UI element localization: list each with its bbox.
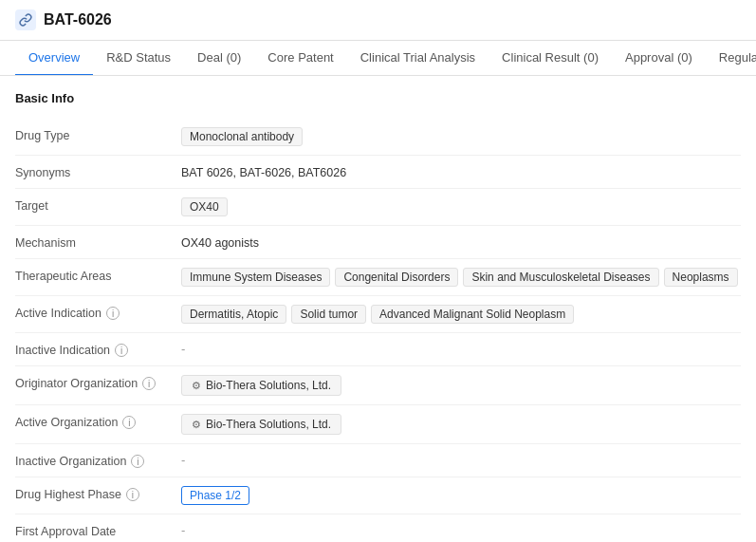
- org-tag[interactable]: ⚙Bio-Thera Solutions, Ltd.: [181, 375, 341, 396]
- field-value: BAT 6026, BAT-6026, BAT6026: [181, 164, 741, 179]
- field-row: TargetOX40: [15, 189, 741, 226]
- field-row: MechanismOX40 agonists: [15, 226, 741, 259]
- field-label: First Approval Date: [15, 523, 181, 538]
- tag: Monoclonal antibody: [181, 127, 303, 146]
- info-icon[interactable]: i: [131, 455, 144, 468]
- info-icon[interactable]: i: [115, 344, 128, 357]
- field-value: -: [181, 453, 741, 467]
- field-label: Drug Highest Phasei: [15, 486, 181, 501]
- field-label: Active Organizationi: [15, 414, 181, 429]
- field-label: Target: [15, 197, 181, 213]
- tab-core-patent[interactable]: Core Patent: [254, 41, 346, 76]
- content-area: Basic Info Drug TypeMonoclonal antibodyS…: [0, 76, 756, 542]
- field-row: Originator Organizationi⚙Bio-Thera Solut…: [15, 366, 741, 405]
- field-label: Inactive Indicationi: [15, 342, 181, 357]
- field-row: Therapeutic AreasImmune System DiseasesC…: [15, 259, 741, 296]
- field-label: Active Indicationi: [15, 305, 181, 320]
- field-value: ⚙Bio-Thera Solutions, Ltd.: [181, 375, 741, 396]
- org-tag[interactable]: ⚙Bio-Thera Solutions, Ltd.: [181, 414, 341, 435]
- field-value: OX40 agonists: [181, 234, 741, 250]
- field-label: Inactive Organizationi: [15, 453, 181, 468]
- tabs-bar: OverviewR&D StatusDeal (0)Core PatentCli…: [0, 41, 756, 76]
- field-value: Phase 1/2: [181, 486, 741, 505]
- tag: Solid tumor: [291, 305, 366, 324]
- field-row: Drug TypeMonoclonal antibody: [15, 119, 741, 156]
- tag: Dermatitis, Atopic: [181, 305, 286, 324]
- dash-value: -: [181, 342, 185, 356]
- tab-r-d-status[interactable]: R&D Status: [93, 41, 184, 76]
- org-icon: ⚙: [192, 380, 201, 392]
- tab-clinical-trial-analysis[interactable]: Clinical Trial Analysis: [347, 41, 489, 76]
- org-icon: ⚙: [192, 419, 201, 431]
- tag: Congenital Disorders: [335, 268, 458, 287]
- tag: Neoplasms: [664, 268, 738, 287]
- field-label: Synonyms: [15, 164, 181, 179]
- field-label: Therapeutic Areas: [15, 268, 181, 283]
- field-row: Active Organizationi⚙Bio-Thera Solutions…: [15, 405, 741, 444]
- plain-value: BAT 6026, BAT-6026, BAT6026: [181, 164, 346, 179]
- field-value: -: [181, 342, 741, 356]
- field-value: -: [181, 523, 741, 537]
- info-icon[interactable]: i: [142, 377, 156, 390]
- section-title: Basic Info: [15, 91, 741, 105]
- header: BAT-6026: [0, 0, 756, 41]
- tab-deal--0-[interactable]: Deal (0): [184, 41, 254, 76]
- dash-value: -: [181, 523, 185, 537]
- field-label: Originator Organizationi: [15, 375, 181, 390]
- page-title: BAT-6026: [44, 11, 112, 28]
- field-row: First Approval Date-: [15, 514, 741, 542]
- fields-list: Drug TypeMonoclonal antibodySynonymsBAT …: [15, 119, 741, 542]
- tab-overview[interactable]: Overview: [15, 41, 93, 76]
- dash-value: -: [181, 453, 185, 467]
- tab-regulation--0-[interactable]: Regulation (0): [706, 41, 756, 76]
- info-icon[interactable]: i: [106, 307, 120, 320]
- field-label: Drug Type: [15, 127, 181, 142]
- phase-tag: Phase 1/2: [181, 486, 249, 505]
- field-row: Inactive Indicationi-: [15, 333, 741, 366]
- tag: Skin and Musculoskeletal Diseases: [463, 268, 658, 287]
- header-icon: [15, 9, 36, 30]
- tab-clinical-result--0-[interactable]: Clinical Result (0): [489, 41, 612, 76]
- tag: OX40: [181, 197, 228, 216]
- info-icon[interactable]: i: [122, 416, 136, 429]
- field-label: Mechanism: [15, 234, 181, 250]
- field-row: Drug Highest PhaseiPhase 1/2: [15, 477, 741, 514]
- field-value: Dermatitis, AtopicSolid tumorAdvanced Ma…: [181, 305, 741, 324]
- tab-approval--0-[interactable]: Approval (0): [612, 41, 706, 76]
- field-row: Inactive Organizationi-: [15, 444, 741, 477]
- field-value: ⚙Bio-Thera Solutions, Ltd.: [181, 414, 741, 435]
- tag: Advanced Malignant Solid Neoplasm: [371, 305, 574, 324]
- field-value: OX40: [181, 197, 741, 216]
- info-icon[interactable]: i: [126, 488, 139, 501]
- plain-value: OX40 agonists: [181, 234, 259, 250]
- field-row: SynonymsBAT 6026, BAT-6026, BAT6026: [15, 156, 741, 189]
- field-value: Immune System DiseasesCongenital Disorde…: [181, 268, 741, 287]
- field-row: Active IndicationiDermatitis, AtopicSoli…: [15, 296, 741, 333]
- tag: Immune System Diseases: [181, 268, 330, 287]
- field-value: Monoclonal antibody: [181, 127, 741, 146]
